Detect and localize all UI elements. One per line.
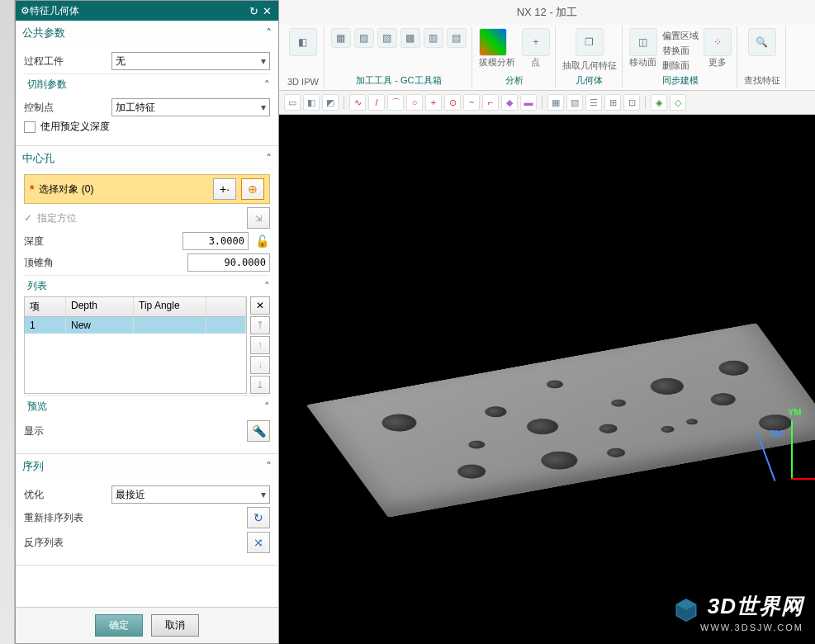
arc-icon[interactable]: ⌒ [387,94,404,111]
section-sequence[interactable]: 序列 ˄ [16,454,278,479]
section-center-hole[interactable]: 中心孔 ˄ [16,146,278,171]
cancel-button[interactable]: 取消 [151,614,199,637]
target-button[interactable]: ⊕ [241,178,264,200]
section-preview[interactable]: 预览 ˄ [24,395,270,417]
circle-icon[interactable]: ○ [406,94,423,111]
close-icon[interactable]: ✕ [260,5,273,17]
point-icon[interactable]: + [522,28,550,56]
gear-icon: ⚙ [21,5,30,17]
depth-label: 深度 [24,234,178,249]
find-feature-icon[interactable]: 🔍 [748,28,776,56]
chevron-up-icon: ˄ [266,460,272,473]
tool-icon[interactable]: ◇ [670,94,686,111]
required-asterisk-icon: * [30,182,34,196]
tool-icon[interactable]: ⊡ [623,94,640,111]
display-label: 显示 [24,424,242,438]
point-icon[interactable]: + [425,94,442,111]
tool-icon[interactable]: ▨ [354,28,374,48]
part-model [306,323,815,517]
tool-icon[interactable]: ▭ [284,94,301,111]
tool-icon[interactable]: ▧ [566,94,583,111]
tool-icon[interactable]: ▦ [547,94,564,111]
chevron-up-icon: ˄ [266,26,272,40]
optimize-select[interactable]: 最接近 [111,485,270,504]
replace-face-button[interactable]: 替换面 [662,43,699,58]
draft-analysis-icon[interactable] [479,28,507,56]
ribbon: ◧ 3D IPW ▦ ▨ ▧ ▩ ▥ ▤ 加工工具 - GC工具箱 拔模分析 + [279,25,815,91]
curve-icon[interactable]: ∿ [349,94,366,111]
move-top-button[interactable]: ⤒ [250,316,270,334]
tool-icon[interactable]: ◈ [651,94,667,111]
line-icon[interactable]: / [368,94,385,111]
logo-cube-icon [674,598,699,623]
select-object-row[interactable]: * 选择对象 (0) +· ⊕ [24,174,270,204]
table-row[interactable] [25,367,246,383]
section-list[interactable]: 列表 ˄ [24,275,270,296]
dock-strip [0,0,15,644]
control-point-label: 控制点 [24,101,107,115]
main-area: NX 12 - 加工 ◧ 3D IPW ▦ ▨ ▧ ▩ ▥ ▤ 加工工具 - G… [279,0,815,644]
delete-face-button[interactable]: 删除面 [662,58,699,73]
tool-icon[interactable]: ▥ [424,28,443,48]
3d-viewport[interactable]: XM YM ZM 3D世界网 WWW.3DSJW.COM [279,115,815,644]
depth-input[interactable] [182,232,249,250]
col-depth[interactable]: Depth [66,297,134,316]
tool-icon[interactable]: ▩ [400,28,420,48]
check-icon: ✓ [24,212,32,224]
tool-icon[interactable]: ⊞ [604,94,621,111]
delete-row-button[interactable]: ✕ [250,296,270,315]
resort-label: 重新排序列表 [24,511,242,525]
add-point-button[interactable]: +· [213,178,236,200]
section-cut-params[interactable]: 切削参数 ˄ [24,73,270,95]
move-down-button[interactable]: ↓ [250,356,270,374]
panel-title: 特征几何体 [30,4,247,18]
body-icon[interactable]: ▬ [520,94,537,111]
tool-icon[interactable]: ◧ [303,94,320,111]
col-tip[interactable]: Tip Angle [134,297,206,316]
ok-button[interactable]: 确定 [95,614,143,637]
tip-angle-input[interactable] [187,253,270,272]
chevron-up-icon: ˄ [264,400,270,413]
edge-icon[interactable]: ⌐ [482,94,499,111]
predefined-depth-checkbox[interactable] [24,121,36,133]
csys-button[interactable]: ⇲ [247,207,270,229]
chevron-up-icon: ˄ [264,78,270,91]
panel-titlebar: ⚙ 特征几何体 ↻ ✕ [16,1,278,21]
watermark: 3D世界网 WWW.3DSJW.COM [674,592,803,632]
flashlight-button[interactable]: 🔦 [247,420,270,442]
table-row[interactable]: 1 New [25,317,246,334]
restore-icon[interactable]: ↻ [247,5,260,17]
target-icon[interactable]: ⊙ [444,94,461,111]
chevron-up-icon: ˄ [264,280,270,292]
resort-button[interactable]: ↻ [247,507,270,528]
tool-icon[interactable]: ☰ [585,94,602,111]
tool-icon[interactable]: ▦ [331,28,351,48]
move-up-button[interactable]: ↑ [250,336,270,354]
reverse-label: 反序列表 [24,536,242,550]
move-face-icon[interactable]: ◫ [629,28,657,56]
move-bottom-button[interactable]: ⤓ [250,376,270,394]
more-icon[interactable]: ⁘ [704,28,732,56]
section-common-params[interactable]: 公共参数 ˄ [16,21,278,45]
extract-geom-icon[interactable]: ❒ [576,28,604,56]
offset-region-button[interactable]: 偏置区域 [662,28,699,43]
col-item[interactable]: 项 [25,297,66,316]
process-workpiece-select[interactable]: 无 [111,52,270,70]
unlock-icon[interactable]: 🔓 [254,234,270,248]
reverse-button[interactable]: ⤨ [247,532,270,553]
table-row[interactable] [25,350,246,367]
spline-icon[interactable]: ~ [463,94,480,111]
control-point-select[interactable]: 加工特征 [111,98,270,116]
tool-icon[interactable]: ▧ [377,28,397,48]
orientation-label: 指定方位 [37,211,242,225]
process-workpiece-label: 过程工件 [24,54,107,69]
ipw-icon[interactable]: ◧ [289,28,317,56]
predefined-depth-label: 使用预定义深度 [40,120,110,134]
table-row[interactable] [25,334,246,350]
app-title: NX 12 - 加工 [279,0,815,25]
face-icon[interactable]: ◆ [501,94,518,111]
tool-icon[interactable]: ▤ [447,28,467,48]
tool-icon[interactable]: ◩ [322,94,339,111]
tip-angle-label: 顶锥角 [24,256,182,270]
chevron-up-icon: ˄ [266,152,272,165]
